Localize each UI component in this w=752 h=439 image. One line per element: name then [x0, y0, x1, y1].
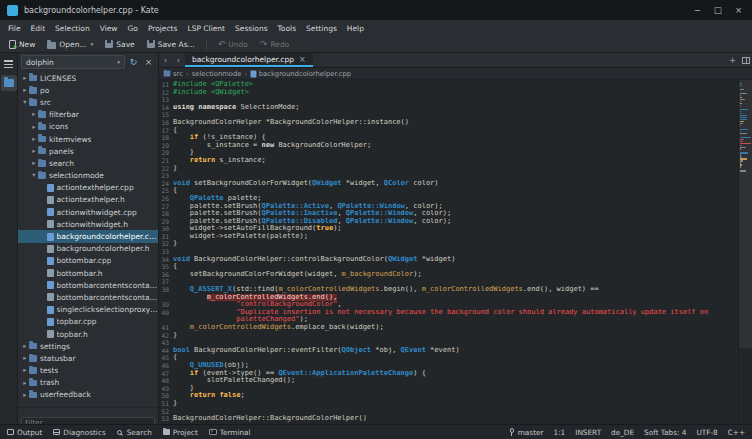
tree-item-src[interactable]: ▾src [18, 96, 158, 108]
tree-item-licenses[interactable]: ▸LICENSES [18, 72, 158, 84]
tree-item-actiontexthelper-cpp[interactable]: actiontexthelper.cpp [18, 182, 158, 194]
code-line-wrap[interactable]: m_colorControlledWidgets.end(), [159, 294, 738, 302]
collapse-arrow-icon[interactable]: ▾ [30, 172, 38, 179]
menu-projects[interactable]: Projects [143, 20, 183, 36]
expand-arrow-icon[interactable]: ▸ [30, 124, 38, 131]
menu-file[interactable]: File [3, 20, 26, 36]
code-line-37[interactable]: 37 [159, 278, 738, 286]
tab-next-button[interactable]: › [172, 53, 185, 67]
tree-item-backgroundcolorhelper-cpp[interactable]: backgroundcolorhelper.cpp [18, 230, 158, 242]
status-c++[interactable]: C++ [728, 428, 745, 437]
code-line-22[interactable]: 22} [159, 165, 738, 173]
menu-edit[interactable]: Edit [26, 20, 51, 36]
reload-project-button[interactable]: ↻ [127, 56, 140, 69]
code-line-51[interactable]: 51} [159, 400, 738, 408]
new-tab-button[interactable]: + [726, 53, 739, 67]
collapse-arrow-icon[interactable]: ▾ [21, 99, 29, 106]
tree-item-backgroundcolorhelper-h[interactable]: backgroundcolorhelper.h [18, 243, 158, 255]
code-line-38[interactable]: 38 Q_ASSERT_X(std::find(m_colorControlle… [159, 286, 738, 294]
menu-lsp-client[interactable]: LSP Client [182, 20, 230, 36]
redo-button[interactable]: ↷ Redo [255, 38, 294, 51]
documents-toolview-button[interactable] [1, 56, 17, 72]
expand-arrow-icon[interactable]: ▸ [30, 148, 38, 155]
tree-item-topbar-cpp[interactable]: topbar.cpp [18, 316, 158, 328]
status-output[interactable]: Output [7, 428, 42, 437]
tab-close-icon[interactable]: × [299, 55, 306, 64]
minimap-viewport[interactable] [739, 80, 752, 348]
expand-arrow-icon[interactable]: ▸ [21, 87, 29, 94]
tree-item-userfeedback[interactable]: ▸userfeedback [18, 389, 158, 401]
status-master[interactable]: master [509, 428, 544, 437]
open-button[interactable]: Open... ▾ [42, 38, 98, 51]
code-line-17[interactable]: 17{ [159, 127, 738, 135]
code-area[interactable]: 11#include <QPalette>12#include <QWidget… [159, 80, 752, 424]
code-line-19[interactable]: 19 s_instance = new BackgroundColorHelpe… [159, 142, 738, 150]
projects-toolview-button[interactable] [1, 75, 17, 91]
status-diagnostics[interactable]: Diagnostics [53, 428, 105, 437]
status-de-de[interactable]: de_DE [611, 428, 634, 437]
code-line-50[interactable]: 50 return false; [159, 392, 738, 400]
code-line-26[interactable]: 26 QPalette palette; [159, 195, 738, 203]
status-insert[interactable]: INSERT [575, 428, 601, 437]
code-line-12[interactable]: 12#include <QWidget> [159, 89, 738, 97]
close-project-button[interactable]: × [142, 56, 155, 69]
code-line-33[interactable]: 33 [159, 248, 738, 256]
code-line-27[interactable]: 27 palette.setBrush(QPalette::Active, QP… [159, 203, 738, 211]
undo-button[interactable]: ↶ Undo [213, 38, 253, 51]
expand-arrow-icon[interactable]: ▸ [21, 355, 29, 362]
code-line-14[interactable]: 14using namespace SelectionMode; [159, 104, 738, 112]
code-line-30[interactable]: 30 widget->setAutoFillBackground(true); [159, 225, 738, 233]
menu-view[interactable]: View [95, 20, 123, 36]
maximize-button[interactable]: □ [714, 5, 722, 15]
tree-item-bottombar-h[interactable]: bottombar.h [18, 267, 158, 279]
tree-item-actionwithwidget-h[interactable]: actionwithwidget.h [18, 218, 158, 230]
minimize-button[interactable]: − [694, 5, 701, 15]
new-button[interactable]: New [4, 38, 40, 51]
tree-item-actiontexthelper-h[interactable]: actiontexthelper.h [18, 194, 158, 206]
code-line-49[interactable]: 49 } [159, 385, 738, 393]
code-line-25[interactable]: 25{ [159, 187, 738, 195]
code-line-29[interactable]: 29 palette.setBrush(QPalette::Disabled, … [159, 218, 738, 226]
status-utf-8[interactable]: UTF-8 [696, 428, 717, 437]
menu-selection[interactable]: Selection [50, 20, 95, 36]
breadcrumb-src[interactable]: src [163, 70, 183, 78]
code-line-23[interactable]: 23 [159, 172, 738, 180]
titlebar[interactable]: backgroundcolorhelper.cpp - Kate − □ × [0, 0, 752, 20]
breadcrumb-selectionmode[interactable]: selectionmode [192, 70, 242, 78]
tree-item-tests[interactable]: ▸tests [18, 365, 158, 377]
save-as-button[interactable]: Save As... [142, 38, 200, 51]
code-line-24[interactable]: 24void setBackgroundColorForWidget(QWidg… [159, 180, 738, 188]
project-selector[interactable]: dolphin ▾ [21, 55, 125, 69]
tree-item-kitemviews[interactable]: ▸kitemviews [18, 133, 158, 145]
save-button[interactable]: Save [100, 38, 139, 51]
expand-arrow-icon[interactable]: ▸ [21, 367, 29, 374]
menu-help[interactable]: Help [342, 20, 369, 36]
tree-item-search[interactable]: ▸search [18, 157, 158, 169]
code-line-35[interactable]: 35{ [159, 263, 738, 271]
status-search[interactable]: Search [117, 428, 152, 437]
tree-item-settings[interactable]: ▸settings [18, 340, 158, 352]
tree-item-bottombar-cpp[interactable]: bottombar.cpp [18, 255, 158, 267]
code-line-52[interactable]: 52 [159, 408, 738, 416]
tree-item-po[interactable]: ▸po [18, 84, 158, 96]
code-line-41[interactable]: 41 m_colorControlledWidgets.emplace_back… [159, 324, 738, 332]
code-line-15[interactable]: 15 [159, 111, 738, 119]
expand-arrow-icon[interactable]: ▸ [30, 160, 38, 167]
close-button[interactable]: × [735, 5, 742, 15]
tree-item-statusbar[interactable]: ▸statusbar [18, 352, 158, 364]
code-line-32[interactable]: 32} [159, 240, 738, 248]
expand-arrow-icon[interactable]: ▸ [21, 75, 29, 82]
code-line-wrap[interactable]: paletteChanged"); [159, 316, 738, 324]
tree-item-trash[interactable]: ▸trash [18, 377, 158, 389]
code-line-39[interactable]: 39 "controlBackgroundColor", [159, 301, 738, 309]
code-line-16[interactable]: 16BackgroundColorHelper *BackgroundColor… [159, 119, 738, 127]
status-terminal[interactable]: Terminal [209, 428, 251, 437]
tree-item-singleclickselectionproxystyle-h[interactable]: singleclickselectionproxystyle.h [18, 304, 158, 316]
menu-sessions[interactable]: Sessions [230, 20, 273, 36]
code-line-21[interactable]: 21 return s_instance; [159, 157, 738, 165]
code-line-18[interactable]: 18 if (!s_instance) { [159, 134, 738, 142]
expand-arrow-icon[interactable]: ▸ [30, 111, 38, 118]
minimap-scrollbar[interactable] [738, 80, 752, 424]
status-project[interactable]: Project [163, 428, 198, 437]
expand-arrow-icon[interactable]: ▸ [21, 380, 29, 387]
